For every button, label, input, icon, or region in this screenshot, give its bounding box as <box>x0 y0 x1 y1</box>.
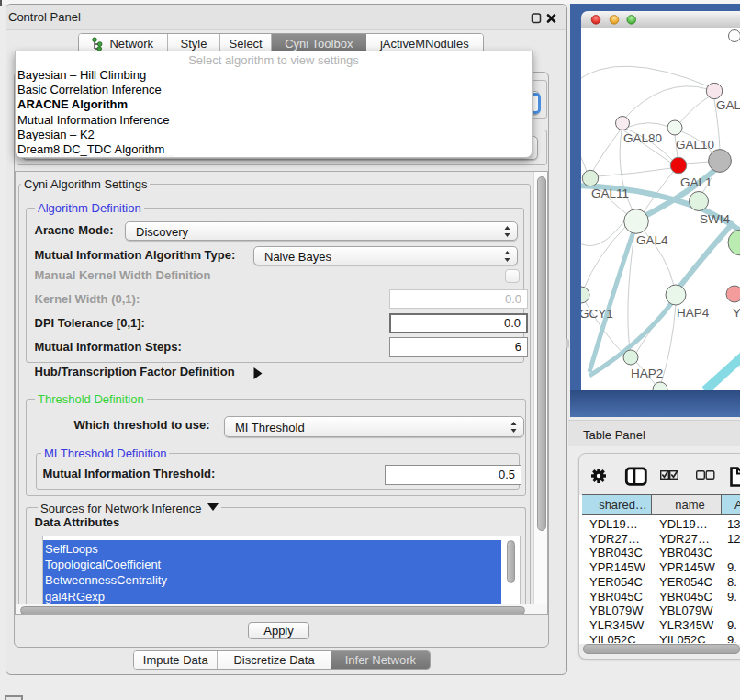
svg-text:HAP2: HAP2 <box>631 367 663 380</box>
svg-text:GAL11: GAL11 <box>591 186 629 200</box>
svg-text:Y: Y <box>733 306 740 320</box>
svg-text:GCY1: GCY1 <box>581 307 613 321</box>
svg-text:GAL10: GAL10 <box>676 138 714 152</box>
svg-text:GAL4: GAL4 <box>636 233 668 247</box>
svg-text:SWI4: SWI4 <box>700 212 730 226</box>
svg-text:HAP4: HAP4 <box>677 306 710 320</box>
svg-text:GAL1: GAL1 <box>680 175 712 189</box>
svg-text:GAL2: GAL2 <box>716 98 740 112</box>
svg-text:GAL80: GAL80 <box>623 131 662 145</box>
